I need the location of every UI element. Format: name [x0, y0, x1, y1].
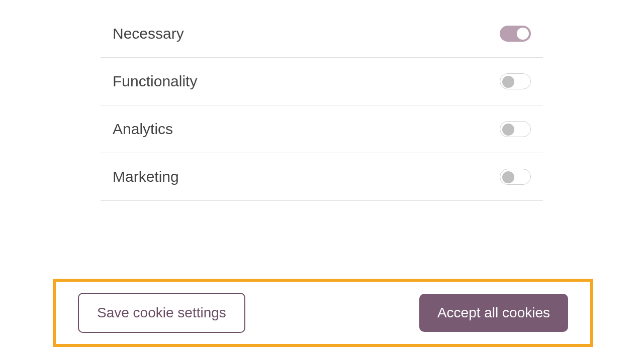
category-label: Marketing — [113, 168, 179, 185]
toggle-knob-icon — [517, 28, 529, 40]
cookie-categories: Necessary Functionality Analytics Market… — [101, 10, 543, 201]
category-row-necessary: Necessary — [101, 10, 543, 58]
category-row-marketing: Marketing — [101, 153, 543, 201]
category-label: Necessary — [113, 25, 184, 42]
toggle-necessary[interactable] — [500, 26, 531, 42]
footer-buttons-highlight: Save cookie settings Accept all cookies — [53, 279, 593, 347]
category-row-analytics: Analytics — [101, 105, 543, 153]
toggle-knob-icon — [502, 76, 514, 88]
category-row-functionality: Functionality — [101, 58, 543, 105]
accept-all-cookies-button[interactable]: Accept all cookies — [419, 294, 568, 332]
toggle-knob-icon — [502, 171, 514, 183]
category-label: Functionality — [113, 73, 197, 90]
toggle-marketing[interactable] — [500, 169, 531, 185]
category-label: Analytics — [113, 121, 173, 138]
toggle-functionality[interactable] — [500, 73, 531, 89]
toggle-knob-icon — [502, 124, 514, 136]
save-cookie-settings-button[interactable]: Save cookie settings — [78, 293, 245, 333]
toggle-analytics[interactable] — [500, 121, 531, 137]
